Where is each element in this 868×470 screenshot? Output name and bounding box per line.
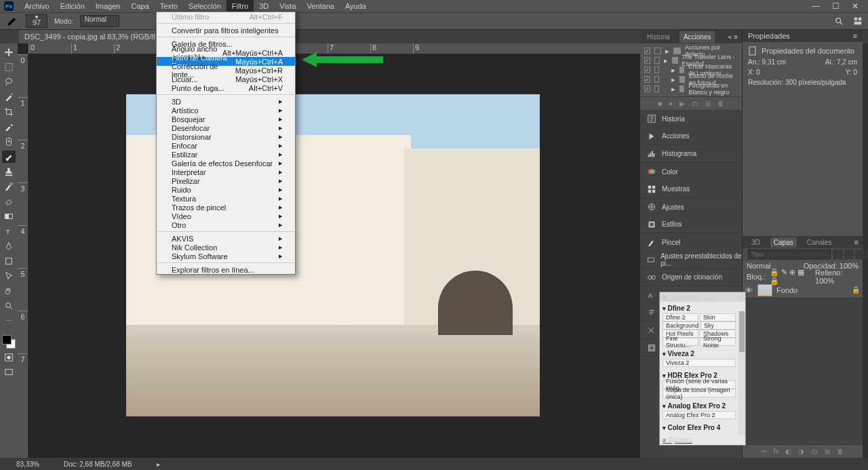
menu-archivo[interactable]: Archivo xyxy=(19,0,55,12)
search-icon[interactable] xyxy=(834,16,844,26)
lasso-tool[interactable] xyxy=(2,76,16,88)
doc-size[interactable]: Doc: 2,68 MB/2,68 MB xyxy=(64,461,132,468)
preset-sky[interactable]: Sky xyxy=(701,321,736,330)
menu-item-punto-de-fuga-[interactable]: Punto de fuga...Alt+Ctrl+V xyxy=(157,83,295,92)
link-icon[interactable]: ⚯ xyxy=(762,448,767,455)
menu-item-pixelizar[interactable]: Pixelizar xyxy=(157,176,295,185)
adjust-icon[interactable]: ◑ xyxy=(798,448,804,455)
eraser-tool[interactable] xyxy=(2,195,16,208)
panel-ajustes[interactable]: Ajustes xyxy=(640,198,742,216)
panel-ajustes-preestablecidos-de-pi-[interactable]: Ajustes preestablecidos de pi... xyxy=(640,251,742,269)
type-tool[interactable]: T xyxy=(2,225,16,237)
menu-item-nik-collection[interactable]: Nik Collection xyxy=(157,243,295,252)
group-icon[interactable]: 🗀 xyxy=(811,448,818,455)
menu-texto[interactable]: Texto xyxy=(155,0,183,12)
panel-scrollbar[interactable] xyxy=(738,311,745,435)
filter-type-icon[interactable] xyxy=(855,250,865,259)
stop-icon[interactable]: ■ xyxy=(658,100,662,107)
panel-origen-de-clonaci-n[interactable]: Origen de clonación xyxy=(640,269,742,286)
tab-history[interactable]: Historia xyxy=(647,33,670,41)
menu-item-art-stico[interactable]: Artístico xyxy=(157,106,295,115)
panel-historia[interactable]: Historia xyxy=(640,110,742,128)
trash-icon[interactable]: 🗑 xyxy=(717,100,724,107)
section-dfine-2[interactable]: Dfine 2 xyxy=(663,303,736,313)
action-item[interactable]: ✓ ▸ Fotografías en Blanco y negro xyxy=(642,84,741,94)
history-brush-tool[interactable] xyxy=(2,180,16,193)
fx-icon[interactable]: fx xyxy=(774,448,779,455)
menu-item-estilizar[interactable]: Estilizar xyxy=(157,150,295,159)
maximize-button[interactable]: ☐ xyxy=(832,1,840,11)
zoom-level[interactable]: 83,33% xyxy=(16,461,39,468)
menu-filtro[interactable]: Filtro xyxy=(226,0,254,12)
panel-pincel[interactable]: Pincel xyxy=(640,233,742,251)
menu-vista[interactable]: Vista xyxy=(274,0,301,12)
preset-analog-efex-pro-2[interactable]: Analog Efex Pro 2 xyxy=(663,411,736,419)
section-analog-efex-pro-2[interactable]: Analog Efex Pro 2 xyxy=(663,401,736,411)
blend-mode-select[interactable]: Normal xyxy=(747,262,770,270)
hand-tool[interactable] xyxy=(2,285,16,297)
eyedropper-tool[interactable] xyxy=(2,121,16,133)
crop-tool[interactable] xyxy=(2,106,16,118)
panel-estilos[interactable]: Estilos xyxy=(640,216,742,233)
shape-tool[interactable] xyxy=(2,255,16,267)
document-tab[interactable]: DSC_3499 - copia.jpg al 83,3% (RGB/8) * … xyxy=(19,30,178,43)
menu-item-galer-a-de-efectos-desenfocar[interactable]: Galería de efectos Desenfocar xyxy=(157,159,295,168)
new-folder-icon[interactable]: 🗀 xyxy=(692,100,698,107)
section-viveza-2[interactable]: Viveza 2 xyxy=(663,349,736,359)
section-color-efex-pro-4[interactable]: Color Efex Pro 4 xyxy=(663,423,736,433)
mask-icon[interactable]: ◐ xyxy=(785,448,791,455)
menu-edición[interactable]: Edición xyxy=(55,0,90,12)
layer-row[interactable]: 👁 Fondo 🔒 xyxy=(743,282,863,298)
screenmode-tool[interactable] xyxy=(2,366,16,378)
filter-adjust-icon[interactable] xyxy=(844,250,854,259)
quickmask-tool[interactable] xyxy=(2,351,16,364)
panel-histograma[interactable]: Histograma xyxy=(640,145,742,163)
gradient-tool[interactable] xyxy=(2,210,16,222)
brush-tool[interactable] xyxy=(2,151,16,163)
menu-item-interpretar[interactable]: Interpretar xyxy=(157,168,295,176)
ruler-vertical[interactable]: 01234567 xyxy=(18,54,28,458)
workspace-icon[interactable] xyxy=(853,16,863,26)
delete-icon[interactable]: 🗑 xyxy=(837,448,844,455)
stamp-tool[interactable] xyxy=(2,165,16,178)
layer-filter-input[interactable] xyxy=(748,250,831,259)
menu-item-trazos-de-pincel[interactable]: Trazos de pincel xyxy=(157,203,295,212)
close-panel-icon[interactable]: × xyxy=(738,293,743,301)
tab-channels[interactable]: Canales xyxy=(804,237,835,248)
menu-selección[interactable]: Selección xyxy=(183,0,226,12)
tab-actions[interactable]: Acciones xyxy=(679,31,715,43)
menu-item-explorar-filtros-en-l-nea-[interactable]: Explorar filtros en línea... xyxy=(157,265,295,274)
ajustes-link[interactable]: ≡ Ajustes xyxy=(660,434,738,445)
panel-muestras[interactable]: Muestras xyxy=(640,180,742,198)
preset-mapa-de-tonos-imagen-nica-[interactable]: Mapa de tonos (imagen única) xyxy=(663,389,736,397)
marquee-tool[interactable] xyxy=(2,61,16,73)
menu-item-textura[interactable]: Textura xyxy=(157,194,295,203)
wand-tool[interactable] xyxy=(2,91,16,103)
menu-capa[interactable]: Capa xyxy=(125,0,154,12)
move-tool[interactable] xyxy=(2,46,16,58)
menu-item-desenfocar[interactable]: Desenfocar xyxy=(157,123,295,132)
menu-item-ruido[interactable]: Ruido xyxy=(157,185,295,194)
menu-item-skylum-software[interactable]: Skylum Software xyxy=(157,252,295,260)
menu-item-akvis[interactable]: AKVIS xyxy=(157,234,295,243)
menu-item-correcci-n-de-lente-[interactable]: Corrección de lente...Mayús+Ctrl+R xyxy=(157,66,295,75)
preset-viveza-2[interactable]: Viveza 2 xyxy=(663,359,736,367)
menu-3d[interactable]: 3D xyxy=(254,0,274,12)
menu-item-3d[interactable]: 3D xyxy=(157,97,295,106)
panel-color[interactable]: Color xyxy=(640,163,742,180)
tab-layers[interactable]: Capas xyxy=(770,237,797,248)
zoom-tool[interactable] xyxy=(2,300,16,312)
path-select-tool[interactable] xyxy=(2,270,16,282)
panel-acciones[interactable]: Acciones xyxy=(640,128,742,145)
preset-fine-structu-[interactable]: Fine Structu... xyxy=(663,338,698,346)
menu-item-enfocar[interactable]: Enfocar xyxy=(157,141,295,150)
minimize-button[interactable]: — xyxy=(812,1,820,11)
new-layer-icon[interactable]: ⊞ xyxy=(825,448,830,455)
menu-imagen[interactable]: Imagen xyxy=(90,0,126,12)
edit-toolbar[interactable]: ⋯ xyxy=(2,315,16,327)
record-icon[interactable]: ● xyxy=(669,100,673,107)
filter-pixel-icon[interactable] xyxy=(833,250,843,259)
preset-skin[interactable]: Skin xyxy=(700,313,736,321)
menu-item-convertir-para-filtros-inteligentes[interactable]: Convertir para filtros inteligentes xyxy=(157,26,295,35)
visibility-icon[interactable]: 👁 xyxy=(745,286,753,294)
